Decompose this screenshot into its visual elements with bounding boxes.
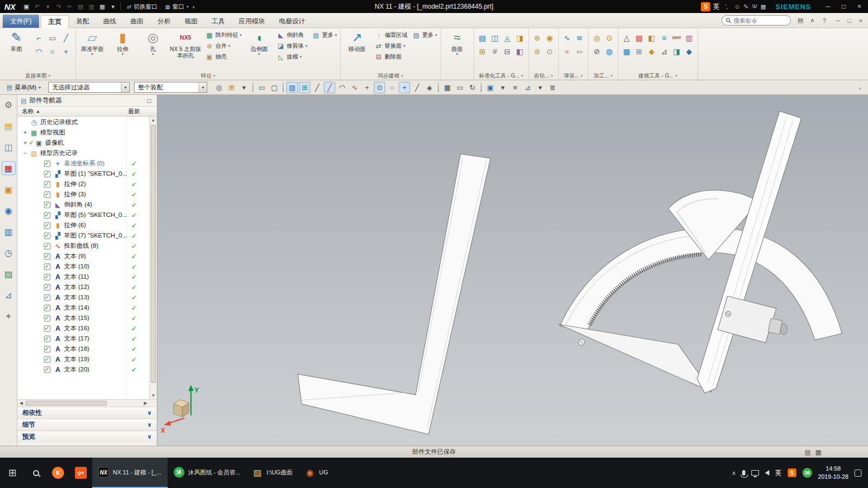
fit-window-icon[interactable]: ▭ bbox=[454, 82, 465, 93]
task-ug-folder[interactable]: ▨ I:\UG曲面 bbox=[246, 458, 299, 488]
shaded-view-icon[interactable]: ▧ bbox=[286, 82, 298, 93]
tree-item[interactable]: A 文本 (17) ✓ bbox=[17, 333, 157, 344]
resource-options-icon[interactable]: ⚙ bbox=[2, 98, 15, 111]
tree-item[interactable]: A 文本 (14) ✓ bbox=[17, 303, 157, 313]
std-tool-icon-2[interactable]: ⊞ bbox=[477, 46, 488, 57]
switch-window-button[interactable]: ⇄ 切换窗口 bbox=[123, 1, 161, 12]
modeling-tool-icon-2[interactable]: ▦ bbox=[621, 46, 633, 57]
modeling-tool-icon-10[interactable]: ◨ bbox=[671, 46, 682, 57]
rotate-view-icon[interactable]: ↻ bbox=[467, 82, 478, 93]
tree-checkbox[interactable] bbox=[44, 336, 50, 342]
gear-tool-icon-3[interactable]: ◉ bbox=[544, 32, 556, 43]
rectangle-icon[interactable]: ▭ bbox=[47, 32, 58, 43]
tree-checkbox[interactable] bbox=[44, 367, 50, 373]
minimize-button[interactable]: ─ bbox=[820, 0, 835, 13]
tree-item[interactable]: A 文本 (10) ✓ bbox=[17, 261, 157, 272]
more-tools-caret[interactable]: ▾ bbox=[534, 82, 546, 93]
web-browser-icon[interactable]: ◉ bbox=[2, 204, 15, 217]
ribbon-options-icon[interactable]: ▤ bbox=[795, 15, 806, 25]
tree-item[interactable]: ▮ 拉伸 (3) ✓ bbox=[17, 189, 157, 200]
materials-icon[interactable]: ▨ bbox=[2, 267, 15, 280]
preview-section[interactable]: 预览 bbox=[17, 431, 157, 442]
spring-tool-icon-2[interactable]: ≈ bbox=[561, 46, 573, 57]
graphics-viewport[interactable]: Y X bbox=[157, 95, 868, 446]
tray-sogou-icon[interactable]: S bbox=[788, 468, 796, 477]
tree-item[interactable]: ◣ 倒斜角 (4) ✓ bbox=[17, 200, 157, 210]
chamfer-button[interactable]: ◣ 倒斜角 bbox=[275, 30, 309, 41]
tree-expand-toggle[interactable]: + bbox=[22, 130, 29, 136]
tree-item[interactable]: ▞ 草图 (5) "SKETCH_0... ✓ bbox=[17, 210, 157, 220]
tree-checkbox[interactable] bbox=[44, 294, 50, 301]
replace-face-button[interactable]: ⇄ 替换面 bbox=[373, 41, 409, 52]
trim-body-button[interactable]: ◪ 修剪体 bbox=[275, 41, 309, 52]
tree-checkbox[interactable] bbox=[44, 191, 50, 198]
render-style-icon[interactable]: ▣ bbox=[484, 82, 496, 93]
tree-checkbox[interactable] bbox=[44, 181, 50, 188]
tree-checkbox[interactable] bbox=[44, 274, 50, 280]
group-label-sync[interactable]: 同步建模 bbox=[342, 72, 439, 80]
ribbon-tab[interactable]: 电极设计 bbox=[272, 15, 312, 28]
tree-checkbox[interactable] bbox=[44, 253, 50, 260]
details-section[interactable]: 细节 bbox=[17, 419, 157, 431]
modeling-tool-icon-8[interactable]: ⊿ bbox=[659, 46, 670, 57]
tree-checkbox[interactable] bbox=[44, 315, 50, 322]
std-tool-icon-3[interactable]: ◫ bbox=[489, 32, 501, 43]
restore-button[interactable]: □ bbox=[836, 0, 851, 13]
machining-tool-icon-1[interactable]: ◎ bbox=[591, 32, 603, 43]
modeling-tool-icon-1[interactable]: △ bbox=[621, 32, 633, 43]
tree-item[interactable]: A 文本 (11) ✓ bbox=[17, 272, 157, 282]
tree-checkbox[interactable] bbox=[44, 346, 50, 352]
move-face-button[interactable]: ↗ 移动面 bbox=[342, 29, 372, 52]
group-label-machining-tools[interactable]: 加工... bbox=[590, 72, 616, 80]
render-style-caret[interactable]: ▾ bbox=[497, 82, 508, 93]
search-input[interactable] bbox=[733, 17, 783, 24]
hole-button[interactable]: ◎ 孔 bbox=[138, 29, 168, 56]
tree-item[interactable]: A 文本 (9) ✓ bbox=[17, 251, 157, 261]
extrude-button[interactable]: ▮ 拉伸 bbox=[108, 29, 137, 56]
tree-item[interactable]: ◷ 历史记录模式 bbox=[17, 117, 157, 127]
tree-item[interactable]: + ▦ 模型视图 bbox=[17, 127, 157, 138]
tree-item[interactable]: ▞ 草图 (1) "SKETCH_0... ✓ bbox=[17, 169, 157, 179]
spring-tool-icon-4[interactable]: ∾ bbox=[574, 46, 585, 57]
snap-intersection-icon[interactable]: + bbox=[399, 82, 410, 93]
pinned-app-iqiyi[interactable]: QIY bbox=[69, 458, 92, 488]
undo-caret[interactable]: ▾ bbox=[43, 2, 53, 12]
filter-caret-icon[interactable]: ▾ bbox=[121, 82, 129, 92]
speaker-tray-icon[interactable] bbox=[765, 470, 769, 476]
column-latest[interactable]: 最新 bbox=[128, 107, 140, 115]
ribbon-tab[interactable]: 曲线 bbox=[96, 15, 123, 28]
tree-item[interactable]: ▮ 拉伸 (2) ✓ bbox=[17, 179, 157, 189]
ribbon-tab[interactable]: 分析 bbox=[150, 15, 177, 28]
constraint-navigator-icon[interactable]: ◫ bbox=[2, 140, 15, 153]
gear-tool-icon-4[interactable]: ⊙ bbox=[544, 46, 556, 57]
sync-more-button[interactable]: ▤ 更多 bbox=[410, 30, 439, 41]
part-list-icon[interactable]: ≡ bbox=[509, 82, 521, 93]
tree-checkbox[interactable] bbox=[44, 222, 50, 229]
selection-scope-dropdown[interactable]: 整个装配 ▾ bbox=[134, 82, 207, 93]
process-studio-icon[interactable]: ⊿ bbox=[2, 288, 15, 301]
reuse-library-icon[interactable]: ▣ bbox=[2, 183, 15, 196]
snap-quadrant-icon[interactable]: ◈ bbox=[424, 82, 435, 93]
tree-item[interactable]: − ▨ 模型历史记录 bbox=[17, 148, 157, 158]
wcs-dynamics-icon[interactable]: ▦ bbox=[442, 82, 453, 93]
group-label-modeling-tools[interactable]: 建模工具 - G... bbox=[620, 72, 696, 80]
modeling-tool-icon-6[interactable]: ◆ bbox=[646, 46, 658, 57]
tree-item[interactable]: + 基准坐标系 (0) ✓ bbox=[17, 158, 157, 169]
part-navigator-icon[interactable]: ▦ bbox=[2, 162, 15, 175]
tree-item[interactable]: A 文本 (16) ✓ bbox=[17, 323, 157, 333]
scroll-up-icon[interactable]: ▲ bbox=[150, 117, 157, 124]
ribbon-tab[interactable]: 工具 bbox=[205, 15, 232, 28]
window-menu-button[interactable]: ▦ 窗口 bbox=[161, 1, 192, 12]
group-label-feature[interactable]: 特征 bbox=[78, 72, 339, 80]
snap-midpoint-icon[interactable]: ╱ bbox=[324, 82, 335, 93]
vertical-scroll-thumb[interactable] bbox=[151, 125, 156, 383]
menu-button[interactable]: ▤ 菜单(M) bbox=[3, 82, 44, 93]
tree-checkbox[interactable] bbox=[44, 171, 50, 177]
ribbon-tab[interactable]: 曲面 bbox=[123, 15, 150, 28]
machining-tool-icon-3[interactable]: ⊙ bbox=[604, 32, 615, 43]
hd3d-tool-icon[interactable]: ▥ bbox=[2, 225, 15, 238]
tree-item[interactable]: A 文本 (13) ✓ bbox=[17, 292, 157, 303]
gear-tool-icon-2[interactable]: ⊚ bbox=[532, 46, 543, 57]
modeling-tool-icon-9[interactable]: 10H7 bbox=[671, 32, 682, 43]
snap-point-icon[interactable]: + bbox=[361, 82, 373, 93]
